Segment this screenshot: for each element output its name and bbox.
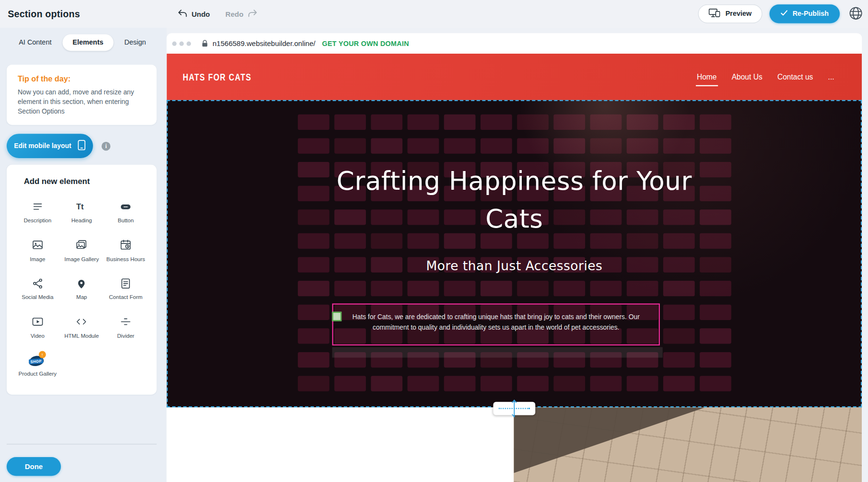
selected-text-element[interactable]: Hats for Cats, we are dedicated to craft… <box>332 303 660 345</box>
tip-body: Now you can add, move and resize any ele… <box>18 88 142 116</box>
undo-icon <box>177 9 188 19</box>
add-element-map[interactable]: Map <box>60 276 103 301</box>
hero-tile <box>553 376 585 391</box>
hero-tile <box>517 115 549 130</box>
site-header: HATS FOR CATS Home About Us Contact us .… <box>166 54 862 100</box>
element-label: Contact Form <box>109 294 142 301</box>
edit-mobile-label: Edit mobile layout <box>14 142 71 149</box>
svg-text:Tt: Tt <box>77 202 84 210</box>
site-preview: HATS FOR CATS Home About Us Contact us .… <box>166 54 862 482</box>
add-element-button[interactable]: Button <box>104 199 147 224</box>
add-element-contact-form[interactable]: Contact Form <box>104 276 147 301</box>
hero-tile <box>517 281 549 296</box>
site-logo[interactable]: HATS FOR CATS <box>183 71 251 82</box>
preview-label: Preview <box>726 10 752 18</box>
element-label: Divider <box>117 333 134 339</box>
hero-tile <box>298 352 329 367</box>
element-label: Video <box>31 333 45 339</box>
done-button[interactable]: Done <box>7 457 61 476</box>
hero-tile <box>590 376 622 391</box>
hero-subheading[interactable]: More than Just Accessories <box>166 259 862 273</box>
edit-mobile-layout-button[interactable]: Edit mobile layout <box>7 134 93 158</box>
hero-tile <box>663 281 695 296</box>
element-label: Description <box>23 217 51 224</box>
editor-canvas: n1566589.websitebuilder.online/ GET YOUR… <box>166 28 862 482</box>
add-element-video[interactable]: Video <box>16 314 59 339</box>
hero-tile <box>371 281 402 296</box>
hero-tile <box>298 138 329 153</box>
window-dot <box>187 41 191 46</box>
devices-icon <box>709 8 720 19</box>
hero-tile <box>700 138 731 153</box>
add-element-social-media[interactable]: Social Media <box>16 276 59 301</box>
add-element-html-module[interactable]: HTML Module <box>60 314 103 339</box>
sidebar-tabs: AI Content Elements Design <box>0 28 166 51</box>
lock-icon <box>201 39 208 47</box>
image-gallery-icon <box>76 238 88 252</box>
contact-form-icon <box>120 276 132 291</box>
hero-tile <box>590 115 622 130</box>
redo-icon <box>247 9 258 19</box>
resize-arrows-icon <box>511 399 517 421</box>
site-url: n1566589.websitebuilder.online/ <box>212 39 315 47</box>
add-element-description[interactable]: Description <box>16 199 59 224</box>
hero-tile <box>298 328 329 344</box>
element-grid: Description Tt Heading Button Image Imag… <box>7 199 157 378</box>
hero-tile <box>627 281 658 296</box>
element-label: Heading <box>71 217 92 224</box>
add-element-image[interactable]: Image <box>16 238 59 263</box>
window-dots <box>172 41 191 46</box>
hero-heading[interactable]: Crafting Happiness for Your Cats <box>320 162 708 238</box>
language-globe-button[interactable] <box>847 4 865 23</box>
add-element-heading[interactable]: Tt Heading <box>60 199 103 224</box>
info-icon[interactable]: i <box>101 141 111 151</box>
mobile-layout-row: Edit mobile layout i <box>7 134 157 158</box>
get-domain-link[interactable]: GET YOUR OWN DOMAIN <box>322 39 409 47</box>
nav-item-home[interactable]: Home <box>697 73 717 81</box>
history-controls: Undo Redo <box>177 0 258 28</box>
hero-tile <box>298 115 329 130</box>
map-pin-icon <box>76 276 88 291</box>
redo-button[interactable]: Redo <box>225 9 258 19</box>
hero-tile <box>517 376 549 391</box>
element-drag-handle[interactable] <box>332 312 342 321</box>
hero-section[interactable]: Crafting Happiness for Your Cats More th… <box>166 100 862 407</box>
hero-tile <box>627 138 658 153</box>
business-hours-icon <box>120 238 132 252</box>
undo-button[interactable]: Undo <box>177 9 210 19</box>
add-element-business-hours[interactable]: Business Hours <box>104 238 147 263</box>
nav-item-more[interactable]: ... <box>828 73 834 81</box>
hero-tile <box>553 281 585 296</box>
tab-design[interactable]: Design <box>119 34 152 51</box>
add-element-image-gallery[interactable]: Image Gallery <box>60 238 103 263</box>
social-media-icon <box>32 276 44 291</box>
hero-tile <box>663 138 695 153</box>
hero-tile <box>481 115 512 130</box>
hero-tile <box>408 138 439 153</box>
hero-tile <box>408 376 439 391</box>
add-element-title: Add new element <box>24 177 157 185</box>
republish-label: Re-Publish <box>793 10 829 18</box>
globe-icon <box>848 5 863 23</box>
nav-item-about[interactable]: About Us <box>732 73 762 81</box>
topbar-actions: Preview Re-Publish <box>698 0 865 28</box>
sidebar-divider <box>7 444 157 444</box>
add-element-product-gallery[interactable]: SHOP ↑ Product Gallery <box>16 353 59 378</box>
hero-tile <box>627 115 658 130</box>
hero-tile <box>700 281 731 296</box>
hero-tile <box>444 281 476 296</box>
tab-elements[interactable]: Elements <box>63 34 114 51</box>
section-resize-handle[interactable] <box>493 402 536 415</box>
hero-tile <box>334 376 366 391</box>
nav-item-contact[interactable]: Contact us <box>777 73 813 81</box>
hero-tile <box>298 376 329 391</box>
add-element-divider[interactable]: Divider <box>104 314 147 339</box>
hero-tile <box>663 115 695 130</box>
republish-button[interactable]: Re-Publish <box>769 4 840 23</box>
add-element-panel: Add new element Description Tt Heading B… <box>7 165 157 394</box>
element-label: Map <box>76 294 87 301</box>
element-label: HTML Module <box>64 333 99 339</box>
tab-ai-content[interactable]: AI Content <box>13 34 57 51</box>
preview-button[interactable]: Preview <box>698 4 762 23</box>
element-label: Image Gallery <box>64 256 99 263</box>
